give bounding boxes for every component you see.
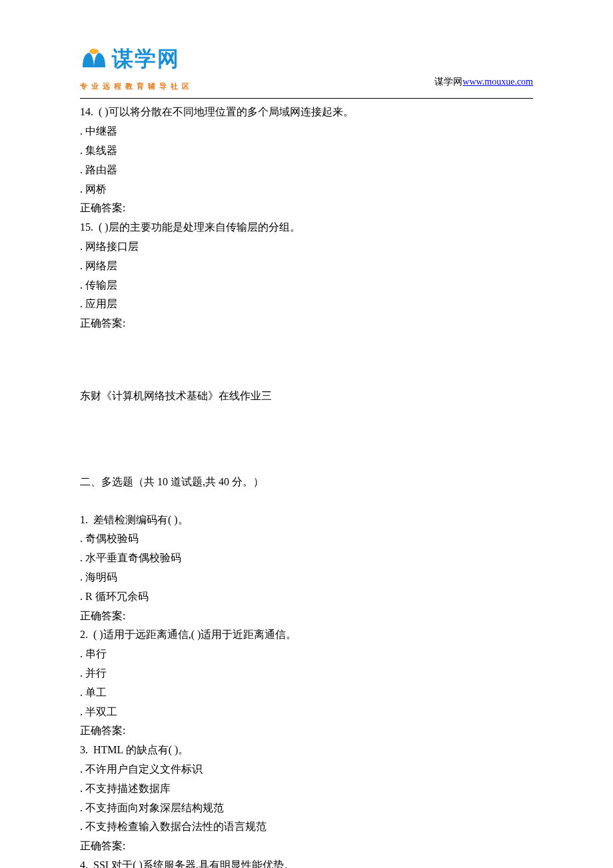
mq2-stem: 2. ( )适用于远距离通信,( )适用于近距离通信。	[80, 625, 533, 645]
mq4-stem: 4. SSI 对于( )系统服务器,具有明显性能优势。	[80, 856, 533, 868]
q15-opt-c: . 传输层	[80, 276, 533, 295]
q14-opt-d: . 网桥	[80, 180, 533, 199]
q14-opt-b: . 集线器	[80, 141, 533, 161]
logo: 谋学网 专业远程教育辅导社区	[80, 40, 193, 93]
site-link[interactable]: www.mouxue.com	[462, 77, 533, 87]
header-divider	[80, 98, 533, 99]
logo-text: 谋学网	[112, 40, 180, 79]
mq2-opt-b: . 并行	[80, 664, 533, 683]
svg-point-0	[89, 49, 99, 54]
q15-answer: 正确答案:	[80, 314, 533, 333]
mq3-answer: 正确答案:	[80, 837, 533, 856]
mq3-stem: 3. HTML 的缺点有( )。	[80, 741, 533, 760]
mq1-opt-d: . R 循环冗余码	[80, 587, 533, 607]
mq1-opt-a: . 奇偶校验码	[80, 529, 533, 549]
q15-opt-d: . 应用层	[80, 295, 533, 314]
q15-opt-a: . 网络接口层	[80, 237, 533, 257]
mq2-opt-c: . 单工	[80, 683, 533, 703]
mq1-opt-c: . 海明码	[80, 568, 533, 587]
logo-icon	[80, 47, 108, 71]
q14-opt-c: . 路由器	[80, 161, 533, 180]
q15-opt-b: . 网络层	[80, 257, 533, 276]
mq3-opt-a: . 不许用户自定义文件标识	[80, 760, 533, 779]
q15-stem: 15. ( )层的主要功能是处理来自传输层的分组。	[80, 218, 533, 237]
section-heading: 二、多选题（共 10 道试题,共 40 分。）	[80, 473, 533, 492]
mq1-answer: 正确答案:	[80, 607, 533, 626]
page-header: 谋学网 专业远程教育辅导社区 谋学网www.mouxue.com	[80, 40, 533, 93]
site-reference: 谋学网www.mouxue.com	[434, 73, 533, 93]
mq3-opt-c: . 不支持面向对象深层结构规范	[80, 799, 533, 818]
assignment-title: 东财《计算机网络技术基础》在线作业三	[80, 387, 533, 406]
mq1-opt-b: . 水平垂直奇偶校验码	[80, 549, 533, 568]
q14-stem: 14. ( )可以将分散在不同地理位置的多个局域网连接起来。	[80, 103, 533, 122]
mq2-opt-a: . 串行	[80, 645, 533, 664]
mq1-stem: 1. 差错检测编码有( )。	[80, 511, 533, 530]
q14-answer: 正确答案:	[80, 199, 533, 218]
q14-opt-a: . 中继器	[80, 122, 533, 141]
site-label: 谋学网	[434, 77, 462, 87]
mq3-opt-b: . 不支持描述数据库	[80, 779, 533, 799]
document-body: 14. ( )可以将分散在不同地理位置的多个局域网连接起来。 . 中继器 . 集…	[80, 103, 533, 868]
mq2-answer: 正确答案:	[80, 721, 533, 741]
mq3-opt-d: . 不支持检查输入数据合法性的语言规范	[80, 817, 533, 837]
mq2-opt-d: . 半双工	[80, 703, 533, 722]
logo-subtitle: 专业远程教育辅导社区	[80, 80, 193, 93]
